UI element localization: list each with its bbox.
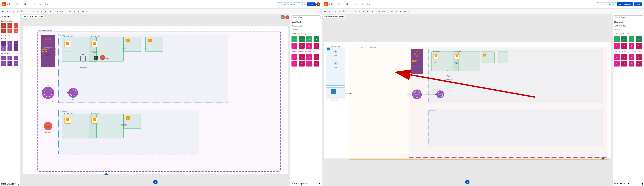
aws-apps-right[interactable]: AWS Applications & Integrations	[613, 49, 644, 53]
images-right[interactable]: Images	[613, 28, 644, 32]
cursor-tool-left[interactable]: ↖	[12, 10, 16, 13]
menu-file-right[interactable]: File	[337, 3, 342, 6]
line-tool-left[interactable]: ╱	[40, 10, 43, 13]
center-left[interactable]: ⊕	[72, 10, 76, 13]
shapes-search-input-right[interactable]	[614, 16, 643, 19]
shape-result-3[interactable]: ↑	[14, 23, 18, 28]
next-page[interactable]: ▾	[10, 35, 10, 37]
save-button-left[interactable]: Save	[307, 3, 316, 6]
analytics-shape-2[interactable]: 🔍	[7, 56, 12, 60]
cursor-tool-right[interactable]: ↖	[334, 10, 338, 13]
sg-item-2[interactable]: ◎	[299, 36, 304, 42]
rsg-13[interactable]: ≡	[614, 61, 620, 66]
rsg-2[interactable]: ◎	[621, 36, 627, 42]
sg-item-8[interactable]: ⊚	[314, 43, 319, 49]
arrow-tool-left[interactable]: ➤	[48, 10, 52, 13]
more-shapes-panel-right[interactable]: More Shapes ▾ ◀	[613, 181, 644, 186]
menu-help-left[interactable]: Help	[30, 3, 36, 6]
rsg-1[interactable]: ⊞	[614, 36, 620, 42]
aws-cost-category-left[interactable]: AWS Cost Management	[290, 32, 322, 36]
text-tool-right[interactable]: Aa	[342, 10, 346, 13]
menu-properties-right[interactable]: Properties	[360, 3, 370, 6]
hand-tool-right[interactable]: ✋	[338, 10, 342, 13]
section-ar-vr[interactable]: AWS AR & VR	[0, 37, 20, 40]
fit-right[interactable]: ⊞	[390, 10, 394, 13]
rsg-10[interactable]: ⬡	[621, 54, 627, 60]
rsg-3[interactable]: ⊙	[628, 36, 634, 42]
settings-left[interactable]: ⚙	[81, 10, 85, 13]
back-to-confluence-right[interactable]: ‹ Back to Confluence	[597, 2, 616, 6]
rounded-tool-left[interactable]: ▢	[31, 10, 34, 13]
zoom-in-right[interactable]: +	[384, 10, 385, 13]
pen-tool-right[interactable]: ✒	[366, 10, 370, 13]
section-analytics[interactable]: AWS Analytics	[0, 52, 20, 55]
menu-properties-left[interactable]: Properties	[38, 3, 48, 6]
collapse-panel-right[interactable]: ◀	[641, 182, 643, 185]
aws-analytics-category-left[interactable]: AWS Analytics	[290, 24, 322, 28]
save-button-right[interactable]: Save	[634, 3, 642, 6]
sg-item-1[interactable]: ⊞	[292, 36, 297, 42]
analytics-shape-6[interactable]: ◉	[14, 61, 18, 66]
diagram-svg-left[interactable]: Virtual Private Cloud Availability zone …	[20, 14, 290, 186]
sg-item-10[interactable]: ⬡	[299, 54, 304, 60]
connector-tool-right[interactable]: ⌐	[357, 10, 361, 13]
ar-shape-3[interactable]: ⊞	[14, 41, 18, 46]
back-to-confluence-left[interactable]: ‹ Back to Confluence	[278, 2, 297, 6]
undo-btn-right[interactable]: ↩	[323, 10, 327, 13]
zoom-out-left[interactable]: −	[56, 10, 56, 13]
sg-item-12[interactable]: ◎	[314, 54, 319, 60]
sg-item-9[interactable]: ⊡	[292, 54, 297, 60]
shape-result-1[interactable]: ⊞	[1, 23, 6, 28]
rect-tool-right[interactable]: ▭	[348, 10, 352, 13]
rect-tool-left[interactable]: ▭	[26, 10, 30, 13]
shapes-search-input-left[interactable]	[292, 16, 320, 19]
rsg-14[interactable]: ⊙	[621, 61, 627, 66]
connector-tool-left[interactable]: ⌐	[35, 10, 39, 13]
rsg-9[interactable]: ⊡	[614, 54, 620, 60]
analytics-shape-3[interactable]: ⊙	[14, 56, 18, 60]
ar-shape-5[interactable]: ◈	[7, 46, 12, 51]
more-right[interactable]: ⋯	[408, 10, 411, 13]
share-button-left[interactable]: Share	[298, 2, 306, 6]
canvas-right[interactable]: AWS for IBM TM1 server Corporate Data Ce…	[322, 14, 613, 186]
rsg-15[interactable]: ◈	[628, 61, 634, 66]
rsg-4[interactable]: ◈	[636, 36, 642, 42]
diagram-svg-right[interactable]: Corporate Data Center 👥 SREs 👥 Users AWS…	[322, 14, 613, 186]
rsg-6[interactable]: ◉	[621, 43, 627, 49]
hand-tool-left[interactable]: ✋	[16, 10, 20, 13]
analytics-shape-1[interactable]: ◫	[1, 56, 6, 60]
aws-apps-category-left[interactable]: AWS Applications & Integrations	[290, 49, 322, 53]
menu-edit-right[interactable]: Edit	[344, 3, 349, 6]
zoom-out-right[interactable]: −	[378, 10, 378, 13]
gliffy-logo-left[interactable]: g gliffy	[0, 2, 13, 7]
menu-file-left[interactable]: File	[15, 3, 20, 6]
rsg-11[interactable]: ⊞	[628, 54, 634, 60]
zoom-dropdown-left[interactable]: ▾	[64, 10, 64, 13]
more-shapes-panel-left[interactable]: More Shapes ▾ ◀	[290, 181, 322, 186]
analytics-shape-4[interactable]: ◎	[1, 61, 6, 66]
shape-result-5[interactable]: ⊡	[7, 28, 12, 33]
shape-result-6[interactable]: ▨	[14, 28, 18, 33]
rsg-12[interactable]: ◎	[636, 54, 642, 60]
ar-shape-6[interactable]: ⧫	[14, 46, 18, 51]
undo-btn-left[interactable]: ↩	[1, 10, 5, 13]
sg-item-6[interactable]: ◉	[299, 43, 304, 49]
navigate-icon-left[interactable]: ◈	[153, 180, 158, 184]
rsg-7[interactable]: ◫	[628, 43, 634, 49]
collapse-panel-left[interactable]: ◀	[18, 182, 19, 185]
menu-edit-left[interactable]: Edit	[22, 3, 27, 6]
sg-item-3[interactable]: ⊙	[306, 36, 312, 42]
navigate-icon-right[interactable]: ◈	[465, 180, 470, 184]
sg-item-14[interactable]: ⊙	[299, 61, 304, 66]
sg-item-11[interactable]: ⊞	[306, 54, 312, 60]
rsg-8[interactable]: ⊚	[636, 43, 642, 49]
images-category-left[interactable]: Images	[290, 28, 322, 32]
collapse-shapes-panel-left[interactable]: ◀	[318, 182, 320, 185]
ar-shape-4[interactable]: ⊛	[1, 46, 6, 51]
center-right[interactable]: ⊕	[394, 10, 398, 13]
ar-shape-2[interactable]: ◎	[7, 41, 12, 46]
canvas-mode-icon-left[interactable]: ⊞	[281, 16, 284, 19]
fit-left[interactable]: ⊞	[68, 10, 72, 13]
grid-right[interactable]: ⊞	[399, 10, 402, 13]
search-input-left[interactable]	[1, 15, 19, 19]
